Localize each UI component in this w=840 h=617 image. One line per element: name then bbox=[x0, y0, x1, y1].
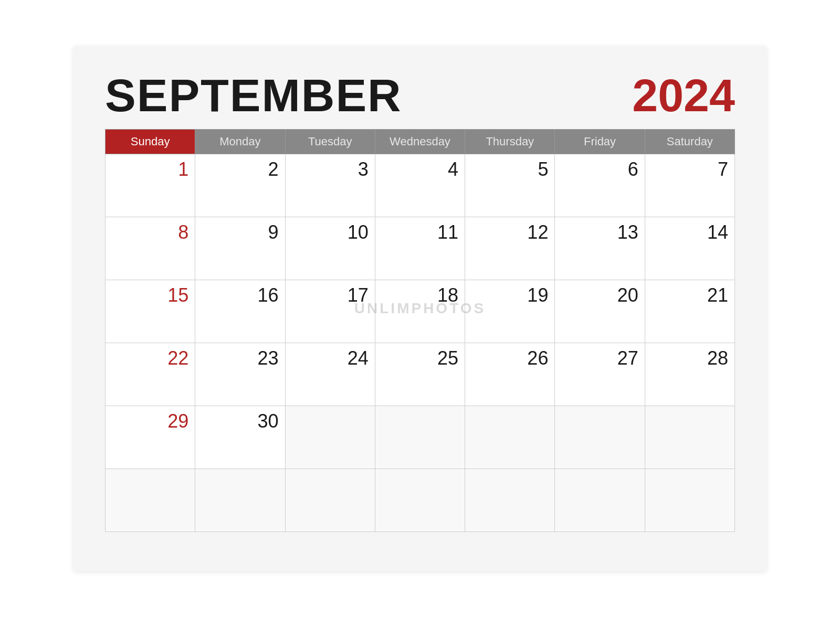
day-cell[interactable]: 11 bbox=[375, 217, 465, 280]
week-row-1: 1234567 bbox=[106, 154, 735, 217]
day-cell[interactable] bbox=[645, 406, 734, 469]
day-cell[interactable]: 6 bbox=[555, 154, 645, 217]
day-cell[interactable]: 17 bbox=[285, 280, 375, 343]
day-cell[interactable] bbox=[375, 406, 465, 469]
day-cell[interactable]: 9 bbox=[195, 217, 285, 280]
calendar-container: SEPTEMBER 2024 Sunday Monday Tuesday Wed… bbox=[74, 46, 766, 571]
days-header-row: Sunday Monday Tuesday Wednesday Thursday… bbox=[106, 130, 735, 154]
month-title: SEPTEMBER bbox=[105, 72, 402, 119]
day-cell[interactable] bbox=[285, 469, 375, 532]
day-cell[interactable]: 7 bbox=[645, 154, 734, 217]
day-cell[interactable] bbox=[645, 469, 734, 532]
day-cell[interactable] bbox=[465, 469, 555, 532]
week-row-2: 891011121314 bbox=[106, 217, 735, 280]
day-cell[interactable]: 29 bbox=[106, 406, 195, 469]
day-cell[interactable]: 28 bbox=[645, 343, 734, 406]
header-thursday: Thursday bbox=[465, 130, 555, 154]
day-cell[interactable]: 27 bbox=[555, 343, 645, 406]
day-cell[interactable]: 5 bbox=[465, 154, 555, 217]
week-row-3: 15161718192021 bbox=[106, 280, 735, 343]
year-title: 2024 bbox=[632, 72, 735, 119]
day-cell[interactable]: 26 bbox=[465, 343, 555, 406]
day-cell[interactable]: 25 bbox=[375, 343, 465, 406]
day-cell[interactable]: 3 bbox=[285, 154, 375, 217]
header-friday: Friday bbox=[555, 130, 645, 154]
header-saturday: Saturday bbox=[645, 130, 734, 154]
day-cell[interactable]: 2 bbox=[195, 154, 285, 217]
header-wednesday: Wednesday bbox=[375, 130, 465, 154]
day-cell[interactable]: 1 bbox=[106, 154, 195, 217]
day-cell[interactable] bbox=[106, 469, 195, 532]
day-cell[interactable]: 20 bbox=[555, 280, 645, 343]
day-cell[interactable]: 12 bbox=[465, 217, 555, 280]
day-cell[interactable] bbox=[555, 406, 645, 469]
header-sunday: Sunday bbox=[106, 130, 195, 154]
day-cell[interactable]: 8 bbox=[106, 217, 195, 280]
day-cell[interactable]: 21 bbox=[645, 280, 734, 343]
header-monday: Monday bbox=[195, 130, 285, 154]
day-cell[interactable] bbox=[285, 406, 375, 469]
day-cell[interactable]: 10 bbox=[285, 217, 375, 280]
calendar-header: SEPTEMBER 2024 bbox=[105, 72, 735, 119]
day-cell[interactable]: 13 bbox=[555, 217, 645, 280]
day-cell[interactable]: 19 bbox=[465, 280, 555, 343]
week-row-6 bbox=[106, 469, 735, 532]
day-cell[interactable]: 23 bbox=[195, 343, 285, 406]
day-cell[interactable] bbox=[555, 469, 645, 532]
day-cell[interactable]: 14 bbox=[645, 217, 734, 280]
day-cell[interactable]: 4 bbox=[375, 154, 465, 217]
day-cell[interactable] bbox=[375, 469, 465, 532]
day-cell[interactable] bbox=[465, 406, 555, 469]
day-cell[interactable] bbox=[195, 469, 285, 532]
week-row-5: 2930 bbox=[106, 406, 735, 469]
day-cell[interactable]: 24 bbox=[285, 343, 375, 406]
header-tuesday: Tuesday bbox=[285, 130, 375, 154]
day-cell[interactable]: 15 bbox=[106, 280, 195, 343]
day-cell[interactable]: 30 bbox=[195, 406, 285, 469]
week-row-4: 22232425262728 bbox=[106, 343, 735, 406]
day-cell[interactable]: 16 bbox=[195, 280, 285, 343]
day-cell[interactable]: 22 bbox=[106, 343, 195, 406]
calendar-body: 1234567891011121314151617181920212223242… bbox=[106, 154, 735, 532]
calendar-grid: Sunday Monday Tuesday Wednesday Thursday… bbox=[105, 129, 735, 532]
day-cell[interactable]: 18 bbox=[375, 280, 465, 343]
